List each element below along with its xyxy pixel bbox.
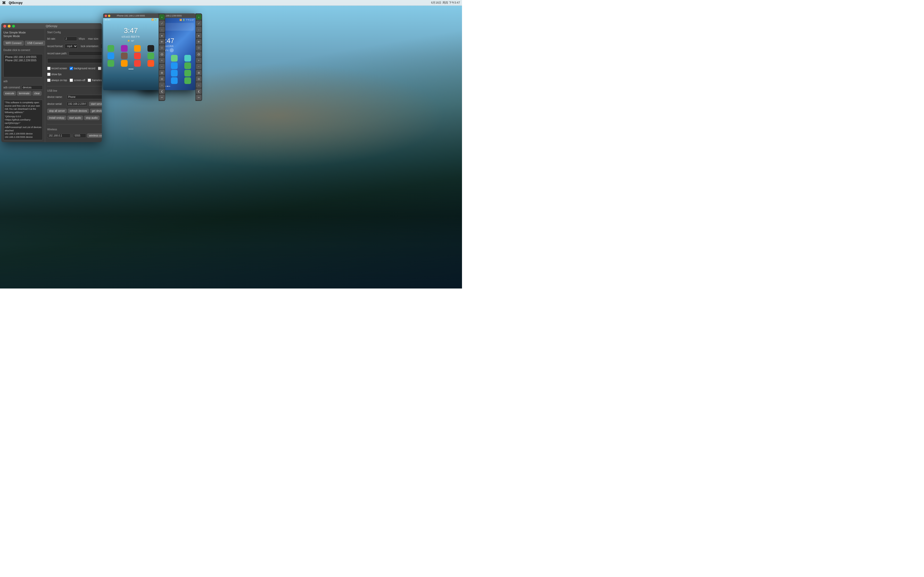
phone-1-close[interactable]	[105, 15, 107, 17]
record-format-select[interactable]: mp4 mkv	[65, 44, 78, 49]
clear-button[interactable]: clear	[32, 91, 42, 95]
side-btn-1-green[interactable]: ●	[159, 15, 165, 19]
phone-2-app-wechat[interactable]	[184, 55, 191, 61]
phone-2-side-controls: ● ⤢ ↓ ● 👁 ⦾ ⏻ + − ⊞ ⊟ ○ ❮ ✂	[195, 13, 202, 101]
side-btn-1-clipboard[interactable]: ⊞	[159, 70, 165, 75]
double-click-label: Double click to connect:	[3, 49, 43, 52]
phone-1-app-7[interactable]	[147, 53, 154, 59]
start-audio-button[interactable]: start audio	[67, 116, 83, 120]
phone-1-app-news[interactable]	[147, 60, 154, 67]
bitrate-input[interactable]	[64, 37, 77, 41]
phone-1-app-phone[interactable]	[108, 60, 114, 67]
frameless-checkbox[interactable]: frameless	[88, 79, 102, 82]
side-btn-2-circle[interactable]: ●	[196, 33, 201, 38]
side-btn-2-clipboard[interactable]: ⊞	[196, 70, 201, 75]
start-config-title: Start Config	[47, 31, 102, 34]
phone-2-app-7[interactable]	[171, 62, 178, 69]
side-btn-2-green[interactable]: ●	[196, 15, 201, 19]
side-btn-1-circle[interactable]: ●	[159, 33, 165, 38]
phone-1-app-5[interactable]	[121, 53, 128, 59]
side-btn-1-eye2[interactable]: ⦾	[159, 45, 165, 50]
side-btn-1-back[interactable]: ❮	[159, 89, 165, 94]
phone-1-app-maps[interactable]	[108, 45, 114, 52]
phone-1-statusbar: 89.9K↑ 📶 🔋	[103, 18, 158, 21]
menubar-app-name[interactable]: QtScrcpy	[9, 1, 23, 5]
side-btn-2-eye2[interactable]: ⦾	[196, 45, 201, 50]
phone-1-time: 3:47	[103, 21, 158, 35]
side-btn-1-eye[interactable]: 👁	[159, 39, 165, 44]
refresh-devices-button[interactable]: refresh devices	[68, 109, 89, 113]
device-name-input[interactable]	[67, 95, 102, 99]
side-btn-2-vol-dn[interactable]: −	[196, 64, 201, 69]
side-btn-2-vol-up[interactable]: +	[196, 58, 201, 63]
menubar-time: 6月16日 周四 下午3:47	[431, 1, 460, 5]
usb-line-title: USB line	[47, 89, 102, 92]
side-btn-2-fullscreen[interactable]: ⤢	[196, 21, 201, 26]
side-btn-2-down[interactable]: ↓	[196, 27, 201, 32]
phone-1-app-chrome[interactable]	[134, 60, 141, 67]
phone-1-min[interactable]	[108, 15, 110, 17]
screen-off-checkbox[interactable]: screen-off	[69, 79, 85, 82]
lock-orientation-select[interactable]: no lock 0° 90° 180° 270°	[100, 44, 102, 49]
side-btn-2-scissors[interactable]: ✂	[196, 95, 201, 100]
device-item-2[interactable]: Phone-192.168.2.239:5555	[5, 59, 42, 62]
usb-connect-button[interactable]: USB Connect	[25, 41, 45, 45]
wifi-connect-button[interactable]: WIFI Connect	[3, 41, 24, 45]
side-btn-1-vol-up[interactable]: +	[159, 58, 165, 63]
section-divider-2	[47, 124, 102, 124]
phone-2-app-contacts[interactable]	[171, 70, 178, 76]
side-btn-1-rect[interactable]: ⊟	[159, 76, 165, 81]
get-device-ip-button[interactable]: get device IP	[90, 109, 102, 113]
execute-button[interactable]: execute	[3, 91, 16, 95]
phone-2-app-contacts2[interactable]	[171, 77, 178, 84]
phone-1-app-4[interactable]	[108, 53, 114, 59]
terminate-button[interactable]: terminate	[17, 91, 31, 95]
phone-1-app-camera2[interactable]	[147, 45, 154, 52]
apple-menu[interactable]: ⌘	[2, 1, 6, 5]
reverse-connection-checkbox[interactable]: reverse connection	[98, 67, 102, 70]
connect-buttons-row: WIFI Connect USB Connect	[3, 41, 43, 45]
stop-audio-button[interactable]: stop audio	[84, 116, 100, 120]
always-on-top-checkbox[interactable]: always on top	[47, 79, 67, 82]
record-save-path-input[interactable]	[69, 51, 102, 56]
phone-2-app-wechat2[interactable]	[184, 77, 191, 84]
background-record-checkbox[interactable]: background record	[69, 67, 95, 70]
device-serial-input[interactable]	[67, 102, 87, 106]
phone-1-app-camera[interactable]	[121, 45, 128, 52]
side-btn-1-home[interactable]: ○	[159, 82, 165, 88]
phone-1-app-music[interactable]	[134, 45, 141, 52]
side-btn-2-rect[interactable]: ⊟	[196, 76, 201, 81]
show-fps-checkbox[interactable]: show fps	[47, 73, 61, 76]
close-button[interactable]	[3, 25, 6, 27]
phone-1-app-msg[interactable]	[121, 60, 128, 67]
side-btn-1-vol-dn[interactable]: −	[159, 64, 165, 69]
side-btn-1-power[interactable]: ⏻	[159, 52, 165, 56]
script-select[interactable]	[47, 58, 102, 63]
minimize-button[interactable]	[8, 25, 11, 27]
record-screen-checkbox[interactable]: record screen	[47, 67, 67, 70]
side-btn-2-back[interactable]: ❮	[196, 89, 201, 94]
menubar-right: 6月16日 周四 下午3:47	[431, 1, 460, 5]
phone-1-date: 6月16日 周四下午	[103, 35, 158, 39]
adb-command-input[interactable]	[21, 85, 43, 90]
install-sndcpy-button[interactable]: install sndcpy	[47, 116, 66, 120]
wireless-port-input[interactable]	[73, 134, 86, 138]
phone-2-app-msg[interactable]	[184, 70, 191, 76]
stop-all-server-button[interactable]: stop all server	[47, 109, 67, 113]
menubar: ⌘ QtScrcpy 6月16日 周四 下午3:47	[0, 0, 462, 6]
side-btn-1-down[interactable]: ↓	[159, 27, 165, 32]
wireless-connect-button[interactable]: wireless connect	[87, 134, 102, 138]
side-btn-1-fullscreen[interactable]: ⤢	[159, 21, 165, 26]
side-btn-1-scissors[interactable]: ✂	[159, 95, 165, 100]
side-btn-2-home[interactable]: ○	[196, 82, 201, 88]
maximize-button[interactable]	[12, 25, 15, 27]
side-btn-2-power[interactable]: ⏻	[196, 52, 201, 56]
phone-1-app-6[interactable]	[134, 53, 141, 59]
wireless-ip-input[interactable]	[47, 134, 70, 138]
side-btn-2-eye[interactable]: 👁	[196, 39, 201, 44]
maxsize-label: max size:	[88, 37, 102, 40]
device-item-1[interactable]: Phone-192.168.2.109:5555	[5, 55, 42, 59]
phone-2-app-3[interactable]	[171, 55, 178, 61]
start-server-button[interactable]: start server	[89, 102, 102, 106]
phone-2-app-8[interactable]	[184, 62, 191, 69]
